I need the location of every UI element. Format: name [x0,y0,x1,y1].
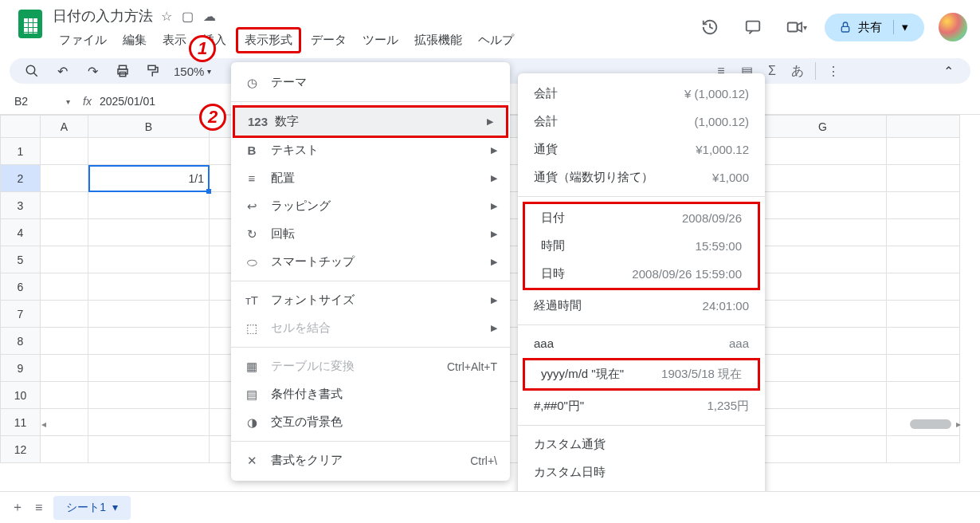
row-header-12[interactable]: 12 [1,436,41,463]
sheets-logo[interactable] [13,6,48,41]
menu-view[interactable]: 表示 [156,29,193,51]
row-header-11[interactable]: 11 [1,409,41,436]
menu-text[interactable]: Bテキスト▶ [231,136,510,164]
menu-align[interactable]: ≡配置▶ [231,164,510,192]
annotation-2: 2 [199,104,226,131]
move-icon[interactable]: ▢ [182,9,194,24]
menu-altcolor[interactable]: ◑交互の背景色 [231,408,510,436]
share-caret[interactable]: ▾ [893,20,916,34]
menu-theme[interactable]: ◷テーマ [231,69,510,96]
num-datetime[interactable]: 日時2008/09/26 15:59:00 [525,260,758,288]
cloud-icon[interactable]: ☁ [203,9,216,24]
num-accounting1[interactable]: 会計¥ (1,000.12) [518,80,765,108]
svg-line-5 [33,73,37,77]
menu-smartchip[interactable]: ⬭スマートチップ▶ [231,248,510,276]
row-header-4[interactable]: 4 [1,219,41,246]
name-box[interactable]: B2▾ [10,92,75,111]
menu-help[interactable]: ヘルプ [472,29,520,51]
fx-icon: fx [75,95,100,108]
col-header-h[interactable] [887,116,960,138]
redo-icon[interactable]: ↷ [83,61,102,81]
num-time[interactable]: 時間15:59:00 [525,232,758,260]
num-custom-datetime[interactable]: カスタム日時 [518,458,765,486]
svg-point-4 [26,65,35,74]
menu-file[interactable]: ファイル [53,29,113,51]
add-sheet-icon[interactable]: ＋ [11,499,24,516]
print-icon[interactable] [113,61,132,81]
col-header-b[interactable]: B [88,116,210,138]
sheet-tab-1[interactable]: シート1▾ [53,496,131,520]
col-header-g[interactable]: G [759,116,887,138]
toolbar-more-icon[interactable]: ⋮ [825,63,841,79]
svg-rect-3 [841,26,849,32]
num-custom-currency[interactable]: カスタム通貨 [518,431,765,458]
menu-format[interactable]: 表示形式 [236,27,301,53]
document-title[interactable]: 日付の入力方法 [53,6,153,26]
col-header-a[interactable]: A [41,116,88,138]
menu-table: ▦テーブルに変換Ctrl+Alt+T [231,352,510,380]
row-header-9[interactable]: 9 [1,355,41,382]
faded-tool-3[interactable]: Σ [764,63,780,79]
row-header-3[interactable]: 3 [1,192,41,219]
row-header-1[interactable]: 1 [1,138,41,165]
row-header-7[interactable]: 7 [1,301,41,328]
paint-format-icon[interactable] [143,61,163,81]
num-accounting2[interactable]: 会計(1,000.12) [518,108,765,136]
formula-bar[interactable]: 2025/01/01 [100,95,155,108]
num-currency[interactable]: 通貨¥1,000.12 [518,136,765,163]
all-sheets-icon[interactable]: ≡ [35,501,42,515]
menu-number[interactable]: 123数字▶ [233,105,508,138]
menu-tools[interactable]: ツール [356,29,405,51]
cell-b2[interactable]: 1/1 [88,165,210,192]
svg-marker-2 [797,23,802,32]
num-custom-yen[interactable]: #,##0"円"1,235円 [518,392,765,420]
num-custom-date[interactable]: yyyy/m/d "現在"1903/5/18 現在 [525,360,758,388]
share-label: 共有 [858,20,882,35]
collapse-icon[interactable]: ⌃ [939,61,958,81]
row-header-10[interactable]: 10 [1,382,41,409]
star-icon[interactable]: ☆ [161,9,172,24]
avatar[interactable] [939,13,967,41]
svg-rect-9 [148,65,155,69]
select-all-corner[interactable] [1,116,41,138]
row-header-5[interactable]: 5 [1,246,41,273]
menu-data[interactable]: データ [304,29,353,51]
svg-rect-1 [787,23,797,32]
menu-clearformat[interactable]: ✕書式をクリアCtrl+\ [231,446,510,474]
number-submenu: 会計¥ (1,000.12) 会計(1,000.12) 通貨¥1,000.12 … [518,73,765,521]
lock-icon [839,21,852,33]
search-icon[interactable] [22,61,41,81]
faded-tool-4[interactable]: あ [790,63,806,79]
num-elapsed[interactable]: 経過時間24:01:00 [518,292,765,320]
format-menu-dropdown: ◷テーマ 123数字▶ Bテキスト▶ ≡配置▶ ↩ラッピング▶ ↻回転▶ ⬭スマ… [231,62,510,481]
num-currency-round[interactable]: 通貨（端数切り捨て）¥1,000 [518,163,765,191]
num-custom-aaa[interactable]: aaaaaa [518,330,765,356]
row-header-8[interactable]: 8 [1,328,41,355]
row-header-2[interactable]: 2 [1,165,41,192]
sheet-bar: ＋ ≡ シート1▾ [0,491,980,523]
history-icon[interactable] [696,13,724,41]
num-date[interactable]: 日付2008/09/26 [525,204,758,232]
svg-rect-0 [747,22,760,31]
zoom-level[interactable]: 150% ▾ [174,65,211,78]
meet-icon[interactable]: ▾ [782,13,810,41]
annotation-1: 1 [189,35,216,62]
menu-conditional[interactable]: ▤条件付き書式 [231,380,510,408]
menu-rotate[interactable]: ↻回転▶ [231,220,510,248]
row-header-6[interactable]: 6 [1,273,41,301]
menu-bar: ファイル 編集 表示 挿入 表示形式 データ ツール 拡張機能 ヘルプ [53,27,696,53]
menu-fontsize[interactable]: тTフォントサイズ▶ [231,286,510,314]
undo-icon[interactable]: ↶ [53,61,72,81]
menu-wrap[interactable]: ↩ラッピング▶ [231,192,510,220]
menu-merge: ⬚セルを結合▶ [231,314,510,342]
menu-edit[interactable]: 編集 [116,29,153,51]
share-button[interactable]: 共有 ▾ [825,14,924,41]
menu-extensions[interactable]: 拡張機能 [408,29,468,51]
comment-icon[interactable] [739,13,767,41]
